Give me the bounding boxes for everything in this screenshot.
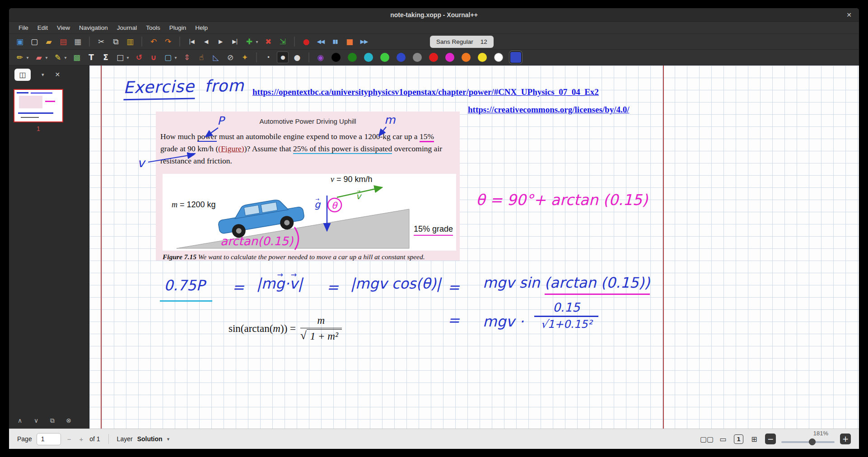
color-gray[interactable] bbox=[413, 53, 422, 62]
color-red[interactable] bbox=[429, 53, 438, 62]
new-document-icon[interactable]: ▢ bbox=[28, 36, 40, 47]
zoom-slider[interactable] bbox=[781, 438, 835, 446]
color-white[interactable] bbox=[494, 53, 503, 62]
color-picker-icon[interactable]: ◉ bbox=[315, 51, 327, 63]
vertical-space-icon[interactable]: ⇕ bbox=[181, 51, 193, 63]
zoom-out-button[interactable]: − bbox=[765, 434, 776, 444]
save-icon[interactable]: ▣ bbox=[14, 36, 26, 47]
page-decrement-button[interactable]: − bbox=[65, 435, 73, 443]
typeset-equation: sin(arctan(m)) = m √1 + m² bbox=[229, 315, 342, 342]
thickness-fine-icon[interactable]: • bbox=[262, 51, 274, 63]
sidebar-close-icon[interactable]: ✕ bbox=[55, 71, 61, 78]
eraser-dropdown-icon[interactable]: ▾ bbox=[44, 51, 49, 63]
page-increment-button[interactable]: + bbox=[77, 435, 85, 443]
layer-dropdown-icon[interactable]: ▾ bbox=[167, 436, 170, 442]
open-folder-icon[interactable]: ▰ bbox=[43, 36, 55, 47]
rotate-icon[interactable]: ↺ bbox=[133, 51, 145, 63]
hand-tool-icon[interactable]: ☝ bbox=[196, 51, 207, 63]
zoom-slider-track[interactable] bbox=[781, 441, 835, 443]
forward-icon[interactable]: ▶▶ bbox=[358, 36, 370, 47]
select-rect-icon[interactable]: ▢ bbox=[162, 51, 174, 63]
color-cyan[interactable] bbox=[364, 53, 373, 62]
page-thumbnail[interactable] bbox=[14, 89, 63, 122]
delete-page-icon[interactable]: ✖ bbox=[262, 36, 274, 47]
presentation-mode-icon[interactable]: ▭ bbox=[718, 434, 728, 444]
page-up-icon[interactable]: ∧ bbox=[15, 416, 24, 425]
color-magenta[interactable] bbox=[445, 53, 454, 62]
menu-help[interactable]: Help bbox=[191, 23, 212, 33]
font-name: Sans Regular bbox=[436, 38, 473, 45]
dual-page-view-icon[interactable]: ▢▢ bbox=[701, 434, 712, 444]
toolbar-separator bbox=[294, 37, 295, 47]
page-preview-sidebar: ◫ ▾ ✕ 1 ∧∨⧉⊗ bbox=[9, 65, 89, 429]
cut-icon[interactable]: ✂ bbox=[95, 36, 107, 47]
duplicate-page-icon[interactable]: ⧉ bbox=[48, 416, 57, 425]
undo-icon[interactable]: ↶ bbox=[148, 36, 159, 47]
eraser-tool-icon[interactable]: ▰ bbox=[33, 51, 45, 63]
previous-page-icon[interactable]: ◀ bbox=[200, 36, 212, 47]
zoom-in-button[interactable]: + bbox=[840, 434, 851, 444]
color-blue[interactable] bbox=[397, 53, 406, 62]
delete-page-sidebar-icon[interactable]: ⊗ bbox=[64, 416, 73, 425]
first-page-icon[interactable]: |◀ bbox=[186, 36, 197, 47]
redo-icon[interactable]: ↷ bbox=[162, 36, 174, 47]
ruler-icon[interactable]: ◺ bbox=[210, 51, 222, 63]
zoom-slider-knob[interactable] bbox=[809, 438, 816, 445]
color-lightgreen[interactable] bbox=[380, 53, 389, 62]
rewind-icon[interactable]: ◀◀ bbox=[315, 36, 327, 47]
snap-magnet-icon[interactable]: ∪ bbox=[148, 51, 159, 63]
menu-navigation[interactable]: Navigation bbox=[75, 23, 112, 33]
add-page-icon[interactable]: ✚ bbox=[243, 36, 255, 47]
canvas[interactable]: Exercisefrom https://opentextbc.ca/unive… bbox=[89, 65, 859, 429]
color-yellow[interactable] bbox=[478, 53, 487, 62]
close-window-button[interactable]: ✕ bbox=[846, 11, 852, 19]
copy-icon[interactable]: ⧉ bbox=[110, 36, 121, 47]
last-page-icon[interactable]: ▶| bbox=[229, 36, 241, 47]
page-down-icon[interactable]: ∨ bbox=[32, 416, 41, 425]
menu-view[interactable]: View bbox=[53, 23, 74, 33]
image-tool-icon[interactable]: ▩ bbox=[71, 51, 83, 63]
shape-dropdown-icon[interactable]: ▾ bbox=[125, 51, 131, 63]
color-green[interactable] bbox=[348, 53, 357, 62]
color-black[interactable] bbox=[331, 53, 341, 62]
compass-icon[interactable]: ⊘ bbox=[224, 51, 236, 63]
menu-journal[interactable]: Journal bbox=[113, 23, 141, 33]
color-selected-blue[interactable] bbox=[510, 52, 521, 63]
math-tex-icon[interactable]: Σ bbox=[100, 51, 112, 63]
sidebar-chevron-icon[interactable]: ▾ bbox=[42, 72, 44, 78]
thickness-medium-icon[interactable]: ● bbox=[277, 51, 289, 63]
pause-icon[interactable]: ▮▮ bbox=[329, 36, 341, 47]
next-page-icon[interactable]: ▶ bbox=[215, 36, 226, 47]
menu-tools[interactable]: Tools bbox=[142, 23, 164, 33]
select-dropdown-icon[interactable]: ▾ bbox=[173, 51, 178, 63]
paste-icon[interactable]: ▥ bbox=[124, 36, 136, 47]
fullscreen-icon[interactable]: ⇲ bbox=[277, 36, 289, 47]
toolbar-row-2: ✏▾▰▾✎▾▩TΣ□▾↺∪▢▾⇕☝◺⊘✦•●●◉ bbox=[9, 50, 859, 65]
menu-edit[interactable]: Edit bbox=[33, 23, 52, 33]
preview-pane-toggle-button[interactable]: ◫ bbox=[14, 69, 31, 81]
wand-tool-icon[interactable]: ✦ bbox=[239, 51, 251, 63]
pen-tool-icon[interactable]: ✏ bbox=[14, 51, 26, 63]
add-page-dropdown-icon[interactable]: ▾ bbox=[254, 36, 260, 47]
text-tool-icon[interactable]: T bbox=[85, 51, 97, 63]
menu-plugin[interactable]: Plugin bbox=[165, 23, 191, 33]
layer-selector[interactable]: Solution bbox=[137, 435, 163, 443]
grid-view-icon[interactable]: ⊞ bbox=[749, 434, 760, 444]
pen-dropdown-icon[interactable]: ▾ bbox=[25, 51, 30, 63]
color-orange[interactable] bbox=[462, 53, 471, 62]
highlighter-tool-icon[interactable]: ✎ bbox=[52, 51, 64, 63]
thickness-thick-icon[interactable]: ● bbox=[291, 51, 303, 63]
highlighter-dropdown-icon[interactable]: ▾ bbox=[63, 51, 68, 63]
shape-tool-icon[interactable]: □ bbox=[114, 51, 126, 63]
stop-icon[interactable]: ■ bbox=[344, 36, 355, 47]
sidebar-footer: ∧∨⧉⊗ bbox=[9, 412, 89, 429]
print-icon[interactable]: ▦ bbox=[72, 36, 84, 47]
export-pdf-icon[interactable]: ▤ bbox=[57, 36, 69, 47]
record-audio-icon[interactable]: ● bbox=[300, 36, 312, 47]
titlebar[interactable]: note-taking.xopp - Xournal++ ✕ bbox=[9, 8, 859, 22]
font-button[interactable]: Sans Regular 12 bbox=[430, 36, 494, 48]
page-number-badge[interactable]: 1 bbox=[734, 434, 743, 444]
menu-file[interactable]: File bbox=[14, 23, 33, 33]
page-number-input[interactable]: 1 bbox=[37, 433, 61, 445]
eq-lhs-075p: 0.75P bbox=[164, 277, 205, 294]
